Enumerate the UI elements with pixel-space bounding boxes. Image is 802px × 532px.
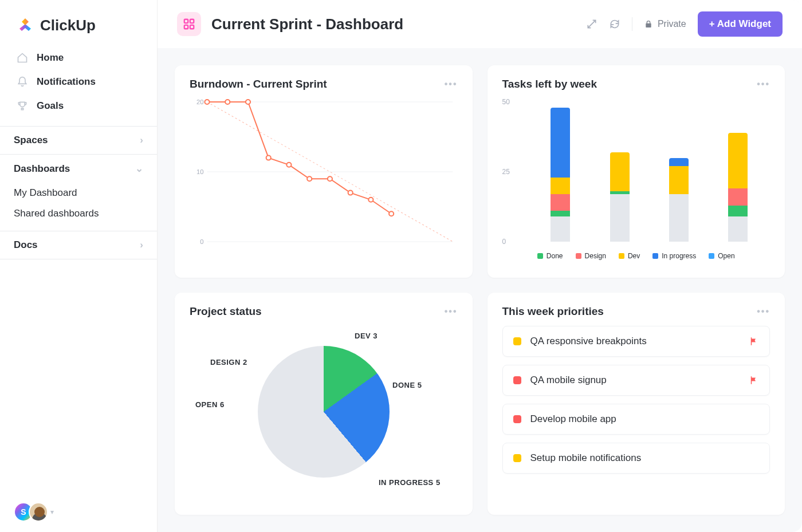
widget-priorities: This week priorities ••• QA responsive b… [488, 293, 785, 515]
task-name: QA responsive breakpoints [530, 336, 740, 347]
status-pie-chart: DESIGN 2 DEV 3 DONE 5 IN PROGRESS 5 OPEN… [190, 326, 458, 498]
widget-priorities-title: This week priorities [502, 305, 604, 318]
svg-text:20: 20 [196, 98, 203, 105]
section-spaces: Spaces › [0, 126, 157, 155]
svg-rect-3 [190, 25, 194, 29]
task-status-icon [513, 337, 521, 345]
svg-point-20 [389, 211, 394, 216]
task-name: Develop mobile app [530, 413, 760, 425]
task-name: QA mobile signup [530, 375, 740, 386]
avatar-stack[interactable]: S [14, 502, 48, 522]
widget-menu-icon[interactable]: ••• [757, 306, 770, 317]
refresh-icon[interactable] [609, 18, 620, 30]
section-docs-label: Docs [14, 239, 38, 251]
widget-status-title: Project status [190, 305, 262, 318]
add-widget-button[interactable]: + Add Widget [698, 11, 783, 37]
tasks-chart: 02550 [502, 98, 770, 247]
sidebar-footer: S ▾ [0, 492, 157, 532]
svg-point-18 [348, 191, 353, 195]
legend-item: Design [576, 252, 606, 260]
brand-name: ClickUp [40, 17, 96, 34]
svg-point-14 [266, 156, 271, 160]
task-status-icon [513, 454, 521, 462]
section-dashboards-label: Dashboards [14, 163, 70, 175]
pie-label-dev: DEV 3 [355, 332, 378, 340]
dashboard-icon [177, 12, 201, 36]
main: Current Sprint - Dashboard Private + Add… [158, 0, 802, 532]
lock-icon [644, 19, 653, 29]
sidebar-item-shared-dashboards[interactable]: Shared dashboards [0, 203, 157, 224]
expand-icon[interactable] [586, 18, 597, 30]
page-title: Current Sprint - Dashboard [211, 15, 403, 33]
bar-column [669, 158, 689, 242]
trophy-icon [16, 100, 29, 112]
bar-column [610, 152, 630, 242]
dashboard-content: Burndown - Current Sprint ••• 01020 Task… [158, 48, 802, 532]
priority-task[interactable]: Develop mobile app [502, 404, 770, 435]
widget-menu-icon[interactable]: ••• [445, 79, 458, 89]
divider [632, 17, 632, 31]
task-status-icon [513, 415, 521, 423]
widget-tasks-title: Tasks left by week [502, 78, 597, 90]
widget-burndown-title: Burndown - Current Sprint [190, 78, 327, 90]
privacy-indicator[interactable]: Private [644, 19, 686, 29]
widget-tasks-by-week: Tasks left by week ••• 02550 DoneDesignD… [488, 65, 785, 278]
svg-rect-0 [184, 19, 188, 23]
pie-label-done: DONE 5 [392, 381, 422, 389]
nav-notifications[interactable]: Notifications [5, 70, 152, 94]
pie-label-design: DESIGN 2 [210, 358, 247, 367]
nav-home[interactable]: Home [5, 46, 152, 70]
flag-icon [749, 375, 759, 385]
priority-task-list: QA responsive breakpoints QA mobile sign… [502, 326, 770, 474]
widget-project-status: Project status ••• DESIGN 2 DEV 3 DONE 5… [175, 293, 473, 515]
bar-column [551, 108, 570, 242]
nav-notifications-label: Notifications [37, 76, 96, 88]
home-icon [16, 52, 29, 64]
svg-point-13 [246, 100, 250, 104]
bar-column [728, 133, 748, 242]
topbar: Current Sprint - Dashboard Private + Add… [158, 0, 802, 48]
legend-item: Done [537, 252, 563, 260]
legend-item: Dev [619, 252, 640, 260]
nav-main: Home Notifications Goals [0, 46, 157, 118]
sidebar: ClickUp Home Notifications Goals Spaces … [0, 0, 158, 532]
task-name: Setup mobile notifications [530, 452, 760, 464]
priority-task[interactable]: QA mobile signup [502, 365, 770, 396]
pie-label-open: OPEN 6 [195, 400, 225, 409]
chevron-right-icon: › [140, 135, 143, 146]
nav-goals-label: Goals [37, 100, 64, 112]
nav-goals[interactable]: Goals [5, 94, 152, 118]
section-docs: Docs › [0, 231, 157, 259]
section-spaces-head[interactable]: Spaces › [0, 127, 157, 154]
clickup-logo-icon [16, 16, 34, 34]
legend-item: Open [709, 252, 734, 260]
section-spaces-label: Spaces [14, 135, 48, 146]
caret-down-icon[interactable]: ▾ [50, 508, 54, 516]
svg-point-12 [225, 100, 230, 104]
brand-logo[interactable]: ClickUp [0, 0, 157, 46]
sidebar-item-my-dashboard[interactable]: My Dashboard [0, 183, 157, 203]
widget-burndown: Burndown - Current Sprint ••• 01020 [175, 65, 473, 278]
svg-point-17 [328, 176, 332, 181]
flag-icon [749, 336, 759, 346]
svg-point-15 [286, 163, 291, 167]
privacy-label: Private [658, 19, 686, 29]
widget-menu-icon[interactable]: ••• [445, 306, 458, 317]
section-dashboards-head[interactable]: Dashboards ⌄ [0, 155, 157, 183]
svg-point-19 [368, 198, 373, 202]
task-status-icon [513, 376, 521, 384]
widget-menu-icon[interactable]: ••• [757, 79, 770, 89]
svg-rect-1 [190, 19, 194, 23]
priority-task[interactable]: QA responsive breakpoints [502, 326, 770, 357]
pie-label-inprogress: IN PROGRESS 5 [379, 478, 441, 487]
avatar-photo[interactable] [29, 502, 48, 522]
nav-home-label: Home [37, 52, 64, 64]
burndown-chart: 01020 [190, 98, 458, 247]
svg-text:10: 10 [196, 168, 203, 175]
priority-task[interactable]: Setup mobile notifications [502, 443, 770, 474]
section-docs-head[interactable]: Docs › [0, 231, 157, 259]
chevron-right-icon: › [140, 239, 143, 251]
svg-point-11 [205, 100, 209, 104]
chevron-down-icon: ⌄ [135, 163, 143, 175]
section-dashboards: Dashboards ⌄ My Dashboard Shared dashboa… [0, 155, 157, 231]
